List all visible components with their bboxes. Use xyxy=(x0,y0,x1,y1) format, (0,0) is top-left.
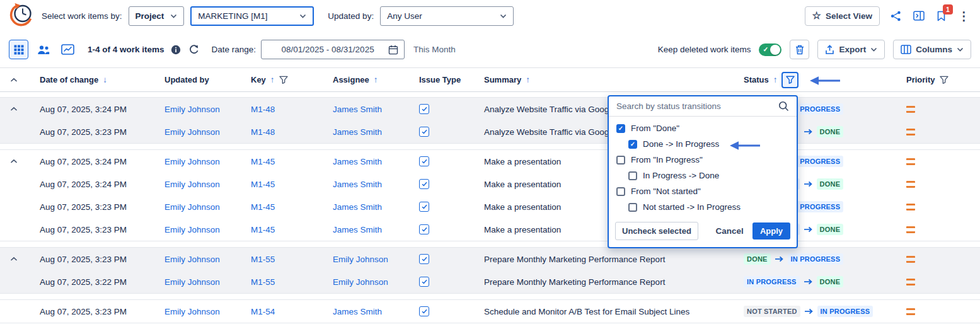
issue-key-link[interactable]: M1-54 xyxy=(251,307,275,316)
info-button[interactable] xyxy=(170,43,182,56)
header-assignee[interactable]: Assignee ↑ xyxy=(321,75,407,84)
assignee-link[interactable]: James Smith xyxy=(333,225,382,234)
chart-view-button[interactable] xyxy=(58,40,78,59)
apply-button[interactable]: Apply xyxy=(752,222,790,240)
option-label: Not started -> In Progress xyxy=(643,202,741,212)
checkbox[interactable] xyxy=(616,187,625,196)
assignee-link[interactable]: James Smith xyxy=(333,180,382,189)
share-button[interactable] xyxy=(889,9,902,23)
issue-key-link[interactable]: M1-45 xyxy=(251,202,275,212)
assignee-link[interactable]: James Smith xyxy=(333,127,382,137)
transition-arrow-icon xyxy=(804,308,814,315)
status-filter-button[interactable] xyxy=(781,72,798,88)
date-range-input[interactable] xyxy=(261,40,405,59)
assignee-link[interactable]: James Smith xyxy=(333,105,382,114)
date-range-value[interactable] xyxy=(267,45,388,54)
filter-icon[interactable] xyxy=(940,76,948,84)
header-issue-type[interactable]: Issue Type xyxy=(407,75,472,84)
updated-by-link[interactable]: Emily Johnson xyxy=(164,277,220,287)
status-filter-option[interactable]: From "Not started" xyxy=(609,183,797,199)
group-collapse-icon[interactable] xyxy=(10,257,18,262)
cancel-button[interactable]: Cancel xyxy=(716,226,744,236)
table-row[interactable]: Aug 07, 2025, 3:23 PM Emily Johnson M1-5… xyxy=(0,300,980,323)
sort-asc-icon: ↑ xyxy=(526,75,530,84)
updated-by-link[interactable]: Emily Johnson xyxy=(164,157,220,166)
uncheck-selected-button[interactable]: Uncheck selected xyxy=(615,222,698,240)
calendar-icon[interactable] xyxy=(388,45,398,55)
delete-button[interactable] xyxy=(790,40,809,59)
collapse-all-button[interactable] xyxy=(0,78,28,83)
header-date-of-change[interactable]: Date of change ↓ xyxy=(28,75,153,84)
chart-icon xyxy=(61,44,74,55)
issue-key-link[interactable]: M1-55 xyxy=(251,277,275,287)
header-updated-by[interactable]: Updated by xyxy=(153,75,239,84)
table-view-button[interactable] xyxy=(9,40,28,59)
issue-key-link[interactable]: M1-45 xyxy=(251,157,275,166)
table-row[interactable]: Aug 07, 2025, 3:22 PM Emily Johnson M1-5… xyxy=(0,270,980,293)
header-summary[interactable]: Summary ↑ xyxy=(472,75,732,84)
issue-key-link[interactable]: M1-48 xyxy=(251,105,275,114)
issue-key-link[interactable]: M1-45 xyxy=(251,180,275,189)
status-filter-option[interactable]: In Progress -> Done xyxy=(609,168,797,183)
table-row[interactable]: Aug 07, 2025, 3:23 PM Emily Johnson M1-4… xyxy=(0,120,980,143)
table-row[interactable]: Aug 07, 2025, 3:24 PM Emily Johnson M1-4… xyxy=(0,150,980,173)
header-priority[interactable]: Priority xyxy=(894,75,980,84)
updated-by-link[interactable]: Emily Johnson xyxy=(164,105,220,114)
people-view-button[interactable] xyxy=(33,40,53,59)
whats-new-button[interactable]: 1 xyxy=(935,9,947,23)
project-select[interactable]: MARKETING [M1] xyxy=(190,6,314,26)
group-by-select[interactable]: Project xyxy=(129,6,185,26)
updated-by-link[interactable]: Emily Johnson xyxy=(164,307,220,316)
assignee-link[interactable]: James Smith xyxy=(333,157,382,166)
export-button[interactable]: Export xyxy=(817,40,885,59)
side-panel-button[interactable] xyxy=(912,9,926,22)
table-row[interactable]: Aug 07, 2025, 3:23 PM Emily Johnson M1-4… xyxy=(0,218,980,241)
updated-by-link[interactable]: Emily Johnson xyxy=(164,127,220,137)
header-key[interactable]: Key ↑ xyxy=(239,75,321,84)
work-items-count: 1-4 of 4 work items xyxy=(88,45,164,54)
checkbox[interactable] xyxy=(628,140,637,149)
checkbox[interactable] xyxy=(628,171,637,180)
issue-type-cell xyxy=(407,277,472,287)
assignee-link[interactable]: Emily Johnson xyxy=(333,255,388,264)
updated-by-link[interactable]: Emily Johnson xyxy=(164,202,220,212)
updated-by-link[interactable]: Emily Johnson xyxy=(164,255,220,264)
refresh-button[interactable] xyxy=(187,43,201,56)
collapse-cell xyxy=(0,159,28,164)
status-search-input[interactable] xyxy=(616,101,773,111)
user-filter-select[interactable]: Any User xyxy=(380,6,514,26)
more-menu-button[interactable]: ⋮ xyxy=(957,9,971,23)
sort-desc-icon: ↓ xyxy=(103,75,107,84)
assignee-link[interactable]: Emily Johnson xyxy=(333,277,388,287)
task-icon xyxy=(419,156,429,166)
status-filter-option[interactable]: Not started -> In Progress xyxy=(609,199,797,215)
checkbox[interactable] xyxy=(628,203,637,212)
status-filter-option[interactable]: Done -> In Progress xyxy=(609,136,797,152)
columns-button[interactable]: Columns xyxy=(893,40,971,59)
filter-icon[interactable] xyxy=(279,76,288,84)
issue-key-link[interactable]: M1-48 xyxy=(251,127,275,137)
updated-by-link[interactable]: Emily Johnson xyxy=(164,225,220,234)
checkbox[interactable] xyxy=(616,124,625,133)
toggle-knob xyxy=(770,45,780,55)
priority-cell xyxy=(894,106,980,113)
issue-key-link[interactable]: M1-45 xyxy=(251,225,275,234)
select-view-button[interactable]: ☆ Select View xyxy=(805,6,880,26)
issue-key-link[interactable]: M1-55 xyxy=(251,255,275,264)
status-filter-option[interactable]: From "In Progress" xyxy=(609,152,797,168)
table-row[interactable]: Aug 07, 2025, 3:23 PM Emily Johnson M1-5… xyxy=(0,248,980,270)
table-row[interactable]: Aug 07, 2025, 3:24 PM Emily Johnson M1-4… xyxy=(0,98,980,120)
status-filter-option[interactable]: From "Done" xyxy=(609,120,797,136)
table-row[interactable]: Aug 07, 2025, 3:24 PM Emily Johnson M1-4… xyxy=(0,173,980,195)
assignee-link[interactable]: James Smith xyxy=(333,202,382,212)
keep-deleted-toggle[interactable]: ✓ xyxy=(759,43,781,56)
row-group: Aug 07, 2025, 3:24 PM Emily Johnson M1-4… xyxy=(0,149,980,241)
group-collapse-icon[interactable] xyxy=(10,159,18,164)
task-icon xyxy=(419,202,429,212)
checkbox[interactable] xyxy=(616,156,625,164)
updated-by-link[interactable]: Emily Johnson xyxy=(164,180,220,189)
group-collapse-icon[interactable] xyxy=(10,107,18,112)
table-row[interactable]: Aug 07, 2025, 3:23 PM Emily Johnson M1-4… xyxy=(0,195,980,218)
assignee-link[interactable]: James Smith xyxy=(333,307,382,316)
option-label: From "Done" xyxy=(631,124,679,133)
